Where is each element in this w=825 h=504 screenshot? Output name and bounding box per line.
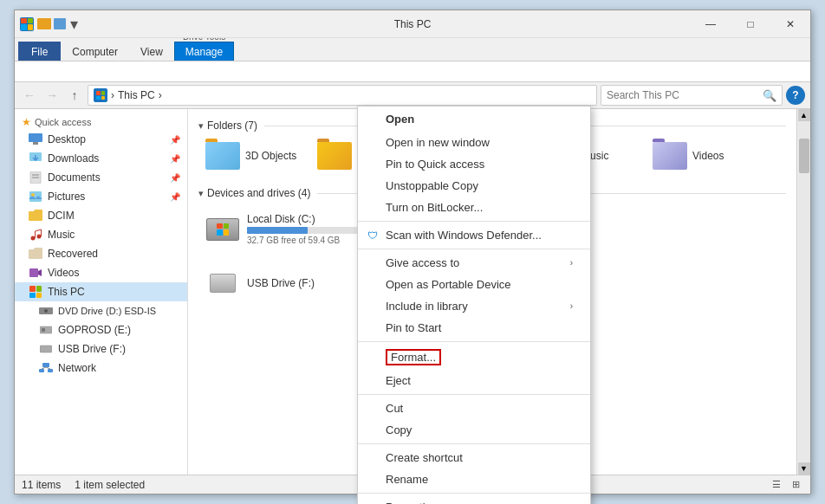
ctx-item-open[interactable]: Open xyxy=(358,109,590,132)
tab-file[interactable]: File xyxy=(18,42,61,61)
sidebar-item-goprosd[interactable]: GOPROSD (E:) xyxy=(15,320,187,339)
ctx-item-bitlocker[interactable]: Turn on BitLocker... xyxy=(358,197,590,218)
sidebar-item-network[interactable]: Network xyxy=(15,359,187,378)
forward-button[interactable]: → xyxy=(42,86,62,105)
ctx-item-unstoppable[interactable]: Unstoppable Copy xyxy=(358,175,590,197)
svg-point-8 xyxy=(31,236,36,241)
view-details-button[interactable]: ☰ xyxy=(769,477,784,493)
pc-address-icon xyxy=(94,88,107,102)
sidebar-item-desktop[interactable]: Desktop 📌 xyxy=(15,130,187,149)
properties-quick-icon[interactable] xyxy=(54,18,66,29)
sidebar-item-dvd[interactable]: DVD Drive (D:) ESD-IS xyxy=(15,301,187,320)
folders-section-chevron[interactable]: ▾ xyxy=(198,120,204,132)
ctx-item-label: Scan with Windows Defender... xyxy=(386,229,542,242)
svg-rect-17 xyxy=(39,369,44,372)
ctx-item-defender[interactable]: 🛡 Scan with Windows Defender... xyxy=(358,224,590,246)
ctx-item-create-shortcut[interactable]: Create shortcut xyxy=(358,447,590,468)
ctx-item-pin-start[interactable]: Pin to Start xyxy=(358,317,590,339)
scroll-down-button[interactable]: ▼ xyxy=(798,462,810,475)
ctx-item-format-label: Format... xyxy=(386,349,441,365)
sidebar-item-this-pc[interactable]: This PC xyxy=(15,282,187,301)
tab-view[interactable]: View xyxy=(129,42,174,61)
ctx-item-give-access[interactable]: Give access to › xyxy=(358,252,590,274)
folder-item-3dobjects[interactable]: 3D Objects xyxy=(198,139,303,173)
ctx-item-rename[interactable]: Rename xyxy=(358,468,590,475)
downloads-icon xyxy=(29,152,42,165)
scroll-track-area[interactable] xyxy=(798,121,810,462)
svg-rect-14 xyxy=(42,328,45,332)
sidebar-item-videos[interactable]: Videos xyxy=(15,263,187,282)
svg-rect-0 xyxy=(29,133,42,142)
sidebar-item-label: Recovered xyxy=(48,248,98,260)
ctx-separator-4 xyxy=(358,394,590,395)
close-button[interactable]: ✕ xyxy=(770,10,810,38)
this-pc-icon xyxy=(29,285,42,299)
ctx-separator-1 xyxy=(358,221,590,222)
sidebar-section-quick-access[interactable]: ★ Quick access xyxy=(15,113,187,130)
ribbon: File Computer View Drive Tools Manage xyxy=(15,38,810,82)
pin-icon-docs: 📌 xyxy=(170,173,180,183)
minimize-button[interactable]: — xyxy=(691,10,731,38)
maximize-button[interactable]: □ xyxy=(731,10,770,38)
ctx-item-label: Rename xyxy=(386,473,428,475)
ctx-item-pin-quick[interactable]: Pin to Quick access xyxy=(358,153,590,175)
ctx-item-open-portable[interactable]: Open as Portable Device xyxy=(358,274,590,295)
sidebar-item-usbdrive[interactable]: USB Drive (F:) xyxy=(15,339,187,359)
tab-computer[interactable]: Computer xyxy=(61,42,129,61)
scrollbar[interactable]: ▲ ▼ xyxy=(796,109,810,475)
ctx-item-label: Open as Portable Device xyxy=(386,278,511,291)
status-selected: 1 item selected xyxy=(75,479,145,491)
ctx-item-open-new-window[interactable]: Open in new window xyxy=(358,132,590,153)
title-bar: ▾ This PC — □ ✕ xyxy=(15,10,810,38)
scroll-up-button[interactable]: ▲ xyxy=(798,109,810,121)
up-button[interactable]: ↑ xyxy=(65,86,84,105)
new-folder-quick-icon[interactable] xyxy=(37,18,51,29)
sidebar-item-recovered[interactable]: Recovered xyxy=(15,244,187,263)
sidebar-item-dcim[interactable]: DCIM xyxy=(15,206,187,225)
quick-access-toolbar: ▾ xyxy=(37,15,78,34)
svg-point-7 xyxy=(31,193,35,197)
drives-section-chevron[interactable]: ▾ xyxy=(198,188,204,199)
svg-rect-15 xyxy=(40,346,52,352)
pin-icon-downloads: 📌 xyxy=(170,154,180,164)
folders-section-label: Folders (7) xyxy=(207,120,257,132)
view-large-icons-button[interactable]: ⊞ xyxy=(788,477,803,493)
scroll-thumb[interactable] xyxy=(799,139,809,173)
pin-icon-pics: 📌 xyxy=(170,192,180,202)
sidebar-item-label: Music xyxy=(48,229,75,241)
ctx-item-cut[interactable]: Cut xyxy=(358,397,590,419)
address-path: › xyxy=(111,89,114,101)
sidebar-item-label: Videos xyxy=(48,267,79,279)
sidebar-item-pictures[interactable]: Pictures 📌 xyxy=(15,187,187,206)
ctx-item-eject[interactable]: Eject xyxy=(358,370,590,391)
ctx-item-include-library[interactable]: Include in library › xyxy=(358,295,590,317)
folder-item-videos[interactable]: Videos xyxy=(646,139,750,173)
search-input[interactable] xyxy=(607,89,763,101)
dcim-folder-icon xyxy=(29,209,42,223)
help-button[interactable]: ? xyxy=(786,86,805,105)
documents-icon xyxy=(29,171,42,184)
usb-drive-f-icon xyxy=(205,268,240,299)
sidebar-item-label: Downloads xyxy=(48,152,99,165)
address-path-text: This PC xyxy=(118,89,155,101)
address-box[interactable]: › This PC › xyxy=(88,85,597,106)
sidebar-item-label: GOPROSD (E:) xyxy=(58,324,131,336)
window-controls: — □ ✕ xyxy=(691,10,810,38)
back-button[interactable]: ← xyxy=(20,86,39,105)
sidebar-item-downloads[interactable]: Downloads 📌 xyxy=(15,149,187,168)
ctx-item-label: Pin to Start xyxy=(386,321,441,334)
tab-manage[interactable]: Manage xyxy=(174,42,234,61)
sidebar-quick-access-label: Quick access xyxy=(35,117,91,127)
search-box[interactable]: 🔍 xyxy=(601,85,783,106)
ctx-item-format[interactable]: Format... xyxy=(358,345,590,370)
ctx-item-label: Open in new window xyxy=(386,136,490,149)
ctx-item-label: Pin to Quick access xyxy=(386,158,484,171)
sidebar-item-label: This PC xyxy=(48,286,85,298)
sidebar-item-documents[interactable]: Documents 📌 xyxy=(15,168,187,187)
quick-access-dropdown[interactable]: ▾ xyxy=(70,15,78,34)
ctx-item-copy[interactable]: Copy xyxy=(358,419,590,441)
local-disk-c-icon xyxy=(205,214,240,245)
ctx-separator-3 xyxy=(358,341,590,342)
sidebar-item-music[interactable]: Music xyxy=(15,225,187,244)
drive-bar-c xyxy=(247,227,308,234)
